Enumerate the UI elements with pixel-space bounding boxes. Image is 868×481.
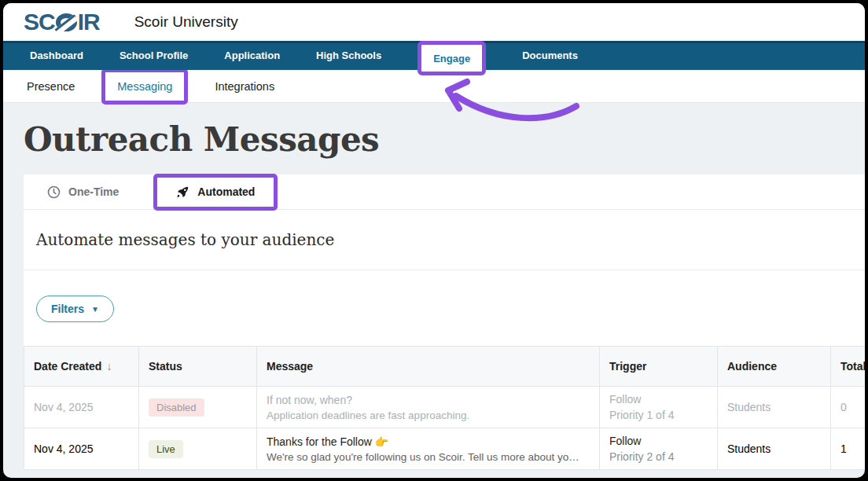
app-header: SCIR Scoir University — [3, 3, 865, 41]
tab-one-time-label: One-Time — [68, 185, 119, 198]
clock-icon — [47, 185, 61, 199]
table-row[interactable]: Nov 4, 2025 Live Thanks for the Follow 👉… — [24, 428, 866, 470]
filters-button[interactable]: Filters ▼ — [36, 296, 114, 322]
cell-trigger: Follow Priority 1 of 4 — [600, 387, 718, 428]
table-header-row: Date Created↓ Status Message Trigger Aud… — [24, 347, 866, 387]
logo-text-right: IR — [78, 9, 100, 35]
logo-text-left: SC — [24, 9, 55, 35]
cell-date: Nov 4, 2025 — [24, 428, 139, 470]
table-row[interactable]: Nov 4, 2025 Disabled If not now, when? A… — [24, 387, 866, 428]
annotation-box-engage: Engage — [417, 41, 486, 75]
scoir-logo[interactable]: SCIR — [24, 9, 100, 35]
cell-total: 1 — [831, 428, 866, 470]
page-title: Outreach Messages — [24, 120, 865, 159]
cell-message: Thanks for the Follow 👉 We're so glad yo… — [257, 428, 600, 470]
column-header-date-created[interactable]: Date Created↓ — [24, 347, 139, 387]
trigger-type: Follow — [609, 435, 708, 447]
main-nav: Dashboard School Profile Application Hig… — [3, 41, 865, 70]
section-title: Automate messages to your audience — [36, 230, 865, 249]
nav-item-engage[interactable]: Engage — [433, 53, 470, 64]
cell-date: Nov 4, 2025 — [24, 387, 139, 428]
trigger-priority: Priority 2 of 4 — [609, 450, 708, 463]
messages-table: Date Created↓ Status Message Trigger Aud… — [24, 346, 865, 470]
filters-button-label: Filters — [51, 303, 84, 315]
message-preview: Application deadlines are fast approachi… — [267, 409, 590, 421]
trigger-priority: Priority 1 of 4 — [609, 409, 708, 421]
rocket-icon — [176, 185, 189, 199]
subnav-item-presence[interactable]: Presence — [27, 80, 75, 93]
school-name-title: Scoir University — [134, 13, 238, 31]
cell-status: Disabled — [139, 387, 257, 428]
column-header-total: Total — [831, 347, 866, 387]
content-card: One-Time Automated Automate messages to … — [24, 174, 865, 470]
nav-item-documents[interactable]: Documents — [522, 50, 578, 61]
cell-message: If not now, when? Application deadlines … — [257, 387, 600, 428]
column-header-audience: Audience — [718, 347, 831, 387]
screenshot-frame: SCIR Scoir University Dashboard School P… — [0, 0, 868, 481]
subnav-item-messaging[interactable]: Messaging — [117, 80, 172, 93]
message-title: If not now, when? — [267, 394, 590, 406]
message-type-tabs: One-Time Automated — [24, 174, 865, 210]
nav-item-application[interactable]: Application — [224, 50, 280, 61]
column-label-date: Date Created — [34, 360, 101, 373]
column-header-trigger: Trigger — [600, 347, 718, 387]
trigger-type: Follow — [609, 393, 708, 406]
nav-item-high-schools[interactable]: High Schools — [316, 50, 381, 61]
message-preview: We're so glad you're following us on Sco… — [267, 451, 590, 463]
cell-audience: Students — [718, 428, 831, 470]
cell-trigger: Follow Priority 2 of 4 — [600, 428, 718, 470]
nav-item-dashboard[interactable]: Dashboard — [30, 50, 83, 61]
status-badge: Disabled — [149, 398, 204, 417]
section-header: Automate messages to your audience — [24, 210, 865, 270]
sort-descending-icon: ↓ — [106, 360, 112, 373]
tab-one-time[interactable]: One-Time — [47, 185, 119, 199]
subnav-item-integrations[interactable]: Integrations — [215, 80, 274, 93]
column-header-status: Status — [139, 347, 257, 387]
cell-total: 0 — [831, 387, 866, 428]
cell-status: Live — [139, 428, 257, 470]
message-title: Thanks for the Follow 👉 — [267, 435, 590, 448]
annotation-box-automated: Automated — [153, 174, 278, 211]
cell-audience: Students — [718, 387, 831, 428]
annotation-box-messaging: Messaging — [101, 68, 188, 105]
app-window: SCIR Scoir University Dashboard School P… — [3, 3, 865, 478]
chevron-down-icon: ▼ — [91, 305, 99, 314]
logo-slashed-o-icon — [56, 13, 77, 31]
filters-row: Filters ▼ — [24, 270, 865, 344]
nav-item-school-profile[interactable]: School Profile — [120, 50, 188, 61]
tab-automated[interactable]: Automated — [176, 185, 255, 199]
column-header-message: Message — [257, 347, 600, 387]
tab-automated-label: Automated — [197, 185, 255, 198]
status-badge: Live — [149, 440, 183, 458]
